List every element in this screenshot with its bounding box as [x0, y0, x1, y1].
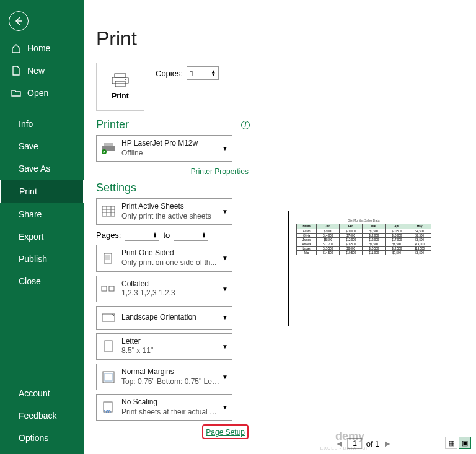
nav-save-as[interactable]: Save As: [0, 157, 84, 180]
copies-input[interactable]: 1 ▲▼: [187, 66, 219, 80]
margins-selector[interactable]: Normal MarginsTop: 0.75" Bottom: 0.75" L…: [96, 364, 232, 390]
svg-rect-5: [104, 143, 113, 146]
nav-home[interactable]: Home: [0, 37, 84, 59]
print-settings-column: Print Print Copies: 1 ▲▼ Printer i: [84, 17, 251, 454]
nav-save[interactable]: Save: [0, 135, 84, 157]
home-icon: [11, 43, 21, 53]
svg-rect-11: [102, 314, 115, 321]
orientation-selector[interactable]: Landscape Orientation ▼: [96, 306, 232, 330]
page-title: Print: [96, 27, 251, 50]
print-button-label: Print: [112, 92, 128, 100]
svg-rect-10: [109, 286, 114, 291]
next-page-button[interactable]: ►: [383, 439, 392, 448]
one-sided-icon: [100, 250, 117, 266]
svg-rect-9: [102, 286, 107, 291]
preview-table: NameJanFebMarAprMayAdam$7,000$10,000$3,5…: [296, 224, 431, 255]
preview-page: Six-Months Sales Data NameJanFebMarAprMa…: [288, 211, 439, 326]
print-preview-area: Six-Months Sales Data NameJanFebMarAprMa…: [251, 17, 476, 454]
svg-rect-7: [102, 206, 115, 216]
page-of-label: of 1: [366, 439, 380, 448]
pages-to-input[interactable]: ▲▼: [174, 229, 208, 241]
printer-info-icon[interactable]: i: [241, 121, 250, 129]
nav-new[interactable]: New: [0, 59, 84, 82]
printer-icon: [111, 73, 130, 88]
collate-icon: [100, 281, 117, 297]
chevron-down-icon: ▼: [222, 145, 228, 152]
printer-properties-link[interactable]: Printer Properties: [191, 167, 249, 176]
svg-rect-1: [112, 77, 128, 84]
backstage-sidebar: HomeNewOpen InfoSaveSave AsPrintShareExp…: [0, 0, 84, 454]
settings-heading: Settings: [96, 181, 136, 194]
scaling-selector[interactable]: 100 No ScalingPrint sheets at their actu…: [96, 394, 232, 421]
pages-from-input[interactable]: ▲▼: [125, 229, 159, 241]
nav-export[interactable]: Export: [0, 225, 84, 248]
prev-page-button[interactable]: ◄: [335, 439, 344, 448]
print-button[interactable]: Print: [96, 63, 144, 111]
svg-text:100: 100: [104, 409, 111, 414]
collate-selector[interactable]: Collated1,2,3 1,2,3 1,2,3 ▼: [96, 276, 232, 302]
printer-heading: Printer: [96, 118, 129, 131]
zoom-to-page-button[interactable]: ▣: [459, 437, 471, 449]
sides-selector[interactable]: Print One SidedOnly print on one side of…: [96, 245, 232, 271]
printer-device-icon: [100, 141, 117, 157]
page-navigator: ◄ of 1 ►: [335, 438, 392, 449]
show-margins-button[interactable]: ▦: [445, 437, 457, 449]
landscape-icon: [100, 310, 117, 326]
sheets-icon: [100, 204, 117, 220]
new-icon: [11, 66, 21, 76]
nav-account[interactable]: Account: [0, 382, 84, 404]
back-arrow-icon: [14, 16, 24, 26]
printer-selector[interactable]: HP LaserJet Pro M12w Offline ▼: [96, 135, 232, 162]
print-scope-selector[interactable]: Print Active SheetsOnly print the active…: [96, 198, 232, 225]
svg-point-3: [125, 79, 126, 80]
nav-print[interactable]: Print: [0, 180, 84, 203]
nav-share[interactable]: Share: [0, 203, 84, 225]
nav-close[interactable]: Close: [0, 270, 84, 292]
nav-info[interactable]: Info: [0, 113, 84, 135]
nav-feedback[interactable]: Feedback: [0, 404, 84, 427]
svg-rect-12: [105, 341, 112, 352]
svg-rect-14: [105, 373, 112, 381]
copies-label: Copies:: [156, 69, 183, 78]
nav-options[interactable]: Options: [0, 427, 84, 449]
nav-publish[interactable]: Publish: [0, 248, 84, 270]
nav-open[interactable]: Open: [0, 82, 84, 104]
back-button[interactable]: [9, 11, 29, 31]
pages-label: Pages:: [96, 230, 121, 240]
main-area: Print Print Copies: 1 ▲▼ Printer i: [84, 0, 476, 454]
svg-rect-8: [104, 253, 112, 263]
open-icon: [11, 88, 21, 98]
page-setup-highlight: Page Setup: [202, 424, 249, 439]
paper-icon: [100, 338, 117, 354]
margins-icon: [100, 369, 117, 385]
page-setup-link[interactable]: Page Setup: [206, 428, 245, 437]
current-page-input[interactable]: [348, 438, 363, 449]
paper-size-selector[interactable]: Letter8.5" x 11" ▼: [96, 333, 232, 360]
svg-rect-0: [115, 74, 126, 77]
scaling-icon: 100: [100, 399, 117, 416]
